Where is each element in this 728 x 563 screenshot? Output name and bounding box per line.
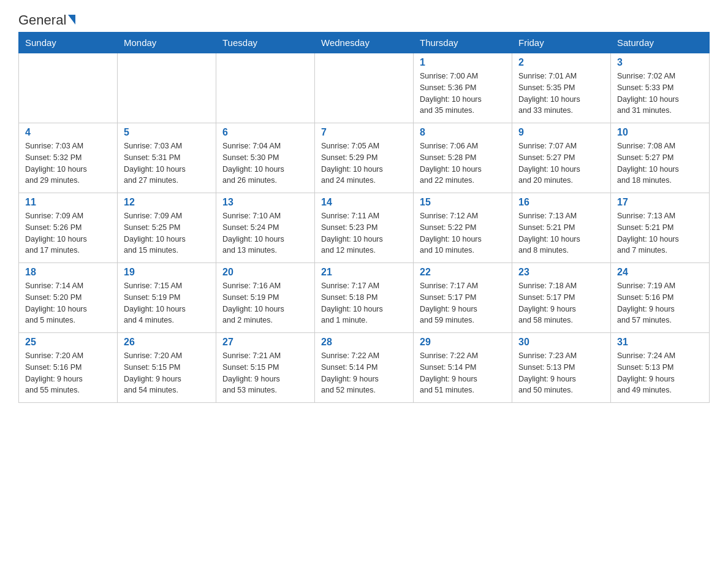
day-info: Sunrise: 7:10 AM Sunset: 5:24 PM Dayligh… [222,210,308,256]
day-info: Sunrise: 7:22 AM Sunset: 5:14 PM Dayligh… [321,350,407,396]
day-number: 19 [124,267,210,278]
day-info: Sunrise: 7:15 AM Sunset: 5:19 PM Dayligh… [124,280,210,326]
day-info: Sunrise: 7:18 AM Sunset: 5:17 PM Dayligh… [518,280,604,326]
day-number: 31 [617,337,703,348]
day-info: Sunrise: 7:04 AM Sunset: 5:30 PM Dayligh… [222,140,308,186]
day-header-friday: Friday [512,33,611,53]
day-number: 23 [518,267,604,278]
calendar-week-3: 11Sunrise: 7:09 AM Sunset: 5:26 PM Dayli… [19,193,710,263]
calendar-cell: 28Sunrise: 7:22 AM Sunset: 5:14 PM Dayli… [315,333,414,403]
calendar-week-2: 4Sunrise: 7:03 AM Sunset: 5:32 PM Daylig… [19,123,710,193]
calendar-cell: 27Sunrise: 7:21 AM Sunset: 5:15 PM Dayli… [216,333,315,403]
calendar-cell: 4Sunrise: 7:03 AM Sunset: 5:32 PM Daylig… [19,123,118,193]
day-number: 25 [25,337,111,348]
calendar-cell: 14Sunrise: 7:11 AM Sunset: 5:23 PM Dayli… [315,193,414,263]
calendar-cell: 31Sunrise: 7:24 AM Sunset: 5:13 PM Dayli… [611,333,710,403]
day-number: 24 [617,267,703,278]
calendar-week-1: 1Sunrise: 7:00 AM Sunset: 5:36 PM Daylig… [19,53,710,123]
day-number: 4 [25,127,111,138]
calendar-cell: 3Sunrise: 7:02 AM Sunset: 5:33 PM Daylig… [611,53,710,123]
day-number: 1 [420,57,506,68]
calendar-table: SundayMondayTuesdayWednesdayThursdayFrid… [18,32,710,403]
calendar-cell: 20Sunrise: 7:16 AM Sunset: 5:19 PM Dayli… [216,263,315,333]
day-number: 6 [222,127,308,138]
day-info: Sunrise: 7:22 AM Sunset: 5:14 PM Dayligh… [420,350,506,396]
day-info: Sunrise: 7:09 AM Sunset: 5:25 PM Dayligh… [124,210,210,256]
calendar-cell: 15Sunrise: 7:12 AM Sunset: 5:22 PM Dayli… [414,193,512,263]
calendar-cell: 30Sunrise: 7:23 AM Sunset: 5:13 PM Dayli… [512,333,611,403]
day-info: Sunrise: 7:19 AM Sunset: 5:16 PM Dayligh… [617,280,703,326]
day-info: Sunrise: 7:13 AM Sunset: 5:21 PM Dayligh… [617,210,703,256]
day-header-tuesday: Tuesday [216,33,315,53]
day-number: 3 [617,57,703,68]
calendar-cell: 19Sunrise: 7:15 AM Sunset: 5:19 PM Dayli… [118,263,216,333]
day-number: 11 [25,197,111,208]
logo-line1: General [18,12,75,28]
calendar-cell: 2Sunrise: 7:01 AM Sunset: 5:35 PM Daylig… [512,53,611,123]
day-info: Sunrise: 7:21 AM Sunset: 5:15 PM Dayligh… [222,350,308,396]
calendar-cell: 6Sunrise: 7:04 AM Sunset: 5:30 PM Daylig… [216,123,315,193]
day-number: 15 [420,197,506,208]
day-info: Sunrise: 7:03 AM Sunset: 5:31 PM Dayligh… [124,140,210,186]
day-info: Sunrise: 7:05 AM Sunset: 5:29 PM Dayligh… [321,140,407,186]
calendar-cell: 8Sunrise: 7:06 AM Sunset: 5:28 PM Daylig… [414,123,512,193]
day-header-monday: Monday [118,33,216,53]
page-header: General [18,12,710,26]
day-number: 20 [222,267,308,278]
calendar-cell [315,53,414,123]
calendar-cell: 22Sunrise: 7:17 AM Sunset: 5:17 PM Dayli… [414,263,512,333]
day-number: 21 [321,267,407,278]
calendar-cell: 21Sunrise: 7:17 AM Sunset: 5:18 PM Dayli… [315,263,414,333]
day-info: Sunrise: 7:06 AM Sunset: 5:28 PM Dayligh… [420,140,506,186]
day-info: Sunrise: 7:17 AM Sunset: 5:17 PM Dayligh… [420,280,506,326]
calendar-cell: 10Sunrise: 7:08 AM Sunset: 5:27 PM Dayli… [611,123,710,193]
day-number: 22 [420,267,506,278]
day-info: Sunrise: 7:00 AM Sunset: 5:36 PM Dayligh… [420,71,506,117]
calendar-cell: 1Sunrise: 7:00 AM Sunset: 5:36 PM Daylig… [414,53,512,123]
day-number: 8 [420,127,506,138]
day-info: Sunrise: 7:13 AM Sunset: 5:21 PM Dayligh… [518,210,604,256]
day-info: Sunrise: 7:16 AM Sunset: 5:19 PM Dayligh… [222,280,308,326]
day-header-thursday: Thursday [414,33,512,53]
day-header-saturday: Saturday [611,33,710,53]
day-number: 16 [518,197,604,208]
calendar-cell: 29Sunrise: 7:22 AM Sunset: 5:14 PM Dayli… [414,333,512,403]
calendar-cell: 18Sunrise: 7:14 AM Sunset: 5:20 PM Dayli… [19,263,118,333]
day-info: Sunrise: 7:11 AM Sunset: 5:23 PM Dayligh… [321,210,407,256]
day-info: Sunrise: 7:03 AM Sunset: 5:32 PM Dayligh… [25,140,111,186]
day-info: Sunrise: 7:14 AM Sunset: 5:20 PM Dayligh… [25,280,111,326]
day-info: Sunrise: 7:08 AM Sunset: 5:27 PM Dayligh… [617,140,703,186]
calendar-week-4: 18Sunrise: 7:14 AM Sunset: 5:20 PM Dayli… [19,263,710,333]
day-info: Sunrise: 7:20 AM Sunset: 5:15 PM Dayligh… [124,350,210,396]
day-number: 14 [321,197,407,208]
calendar-cell: 24Sunrise: 7:19 AM Sunset: 5:16 PM Dayli… [611,263,710,333]
day-number: 28 [321,337,407,348]
calendar-cell: 23Sunrise: 7:18 AM Sunset: 5:17 PM Dayli… [512,263,611,333]
day-number: 30 [518,337,604,348]
day-info: Sunrise: 7:02 AM Sunset: 5:33 PM Dayligh… [617,71,703,117]
day-info: Sunrise: 7:24 AM Sunset: 5:13 PM Dayligh… [617,350,703,396]
day-info: Sunrise: 7:09 AM Sunset: 5:26 PM Dayligh… [25,210,111,256]
day-number: 7 [321,127,407,138]
calendar-cell: 26Sunrise: 7:20 AM Sunset: 5:15 PM Dayli… [118,333,216,403]
day-number: 18 [25,267,111,278]
calendar-cell [118,53,216,123]
calendar-cell: 5Sunrise: 7:03 AM Sunset: 5:31 PM Daylig… [118,123,216,193]
calendar-cell: 12Sunrise: 7:09 AM Sunset: 5:25 PM Dayli… [118,193,216,263]
calendar-cell: 16Sunrise: 7:13 AM Sunset: 5:21 PM Dayli… [512,193,611,263]
calendar-cell: 25Sunrise: 7:20 AM Sunset: 5:16 PM Dayli… [19,333,118,403]
day-info: Sunrise: 7:23 AM Sunset: 5:13 PM Dayligh… [518,350,604,396]
day-number: 12 [124,197,210,208]
logo: General [18,12,75,26]
day-number: 17 [617,197,703,208]
day-info: Sunrise: 7:12 AM Sunset: 5:22 PM Dayligh… [420,210,506,256]
day-info: Sunrise: 7:01 AM Sunset: 5:35 PM Dayligh… [518,71,604,117]
day-number: 9 [518,127,604,138]
logo-triangle-icon [68,15,75,25]
calendar-header-row: SundayMondayTuesdayWednesdayThursdayFrid… [19,33,710,53]
day-info: Sunrise: 7:07 AM Sunset: 5:27 PM Dayligh… [518,140,604,186]
calendar-cell: 9Sunrise: 7:07 AM Sunset: 5:27 PM Daylig… [512,123,611,193]
day-header-sunday: Sunday [19,33,118,53]
day-number: 27 [222,337,308,348]
calendar-cell: 13Sunrise: 7:10 AM Sunset: 5:24 PM Dayli… [216,193,315,263]
